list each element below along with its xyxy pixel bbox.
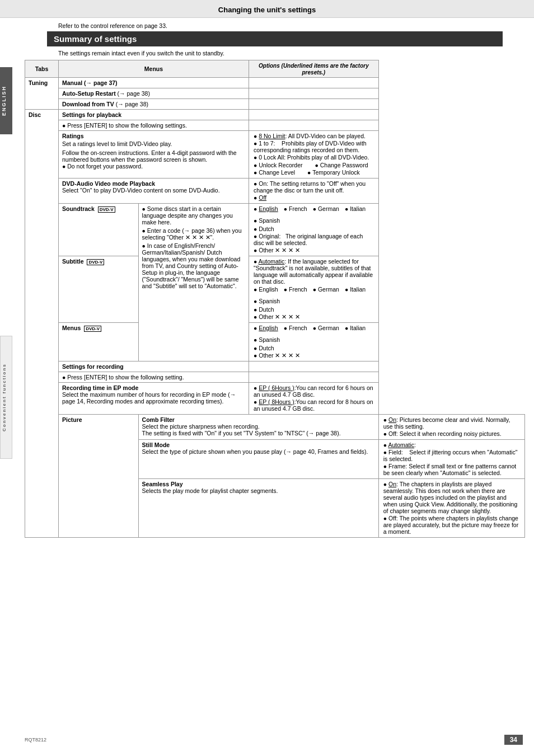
page-title: Changing the unit's settings — [218, 6, 316, 14]
tab-disc: Disc — [25, 110, 59, 538]
table-row: DVD-Audio Video mode Playback Select "On… — [25, 179, 525, 204]
table-row: Disc Settings for playback — [25, 110, 525, 120]
menu-still-mode: Still Mode Select the type of picture sh… — [138, 440, 378, 479]
table-row: Menus DVD-V English French German Italia… — [25, 323, 525, 361]
table-row: Subtitle DVD-V Automatic: If the languag… — [25, 256, 525, 323]
options-ep-mode: EP ( 6Hours ):You can record for 6 hours… — [249, 383, 379, 415]
press-enter-note: ● Press [ENTER] to show the following se… — [59, 120, 249, 131]
options-comb-filter: On: Pictures become clear and vivid. Nor… — [378, 415, 524, 440]
table-row: Tuning Manual (→ page 37) — [25, 78, 525, 88]
tab-picture: Picture — [59, 415, 139, 538]
table-row: Settings for recording — [25, 361, 525, 372]
table-row: Ratings Set a ratings level to limit DVD… — [25, 131, 525, 179]
menu-soundtrack-detail: ● Some discs start in a certain language… — [138, 204, 249, 361]
summary-header: Summary of settings — [47, 31, 503, 46]
menu-seamless-play: Seamless Play Selects the play mode for … — [138, 479, 378, 538]
menu-soundtrack-label: Soundtrack DVD-V — [59, 204, 139, 256]
menu-ep-mode: Recording time in EP mode Select the max… — [59, 383, 249, 415]
options-manual — [249, 78, 379, 88]
settings-note: The settings remain intact even if you s… — [25, 46, 525, 59]
menu-comb-filter: Comb Filter Select the picture sharpness… — [138, 415, 378, 440]
menu-dvd-audio: DVD-Audio Video mode Playback Select "On… — [59, 179, 249, 204]
menu-auto-setup: Auto-Setup Restart (→ page 38) — [59, 88, 249, 99]
table-row: ● Press [ENTER] to show the following se… — [25, 372, 525, 383]
model-number: RQT8212 — [25, 737, 46, 743]
options-soundtrack: English French German Italian Spanish Du… — [249, 204, 379, 256]
settings-table: Tabs Menus Options (Underlined items are… — [25, 60, 525, 538]
menu-manual: Manual (→ page 37) — [59, 78, 249, 88]
table-row: Auto-Setup Restart (→ page 38) — [25, 88, 525, 99]
table-row: Soundtrack DVD-V ● Some discs start in a… — [25, 204, 525, 256]
press-enter-recording: ● Press [ENTER] to show the following se… — [59, 372, 249, 383]
options-dvd-audio: On: The setting returns to "Off" when yo… — [249, 179, 379, 204]
options-download-tv — [249, 99, 379, 110]
table-row: Download from TV (→ page 38) — [25, 99, 525, 110]
options-auto-setup — [249, 88, 379, 99]
menu-subtitle-label: Subtitle DVD-V — [59, 256, 139, 323]
page-footer: RQT8212 34 — [13, 735, 534, 745]
page-header: Changing the unit's settings — [0, 0, 534, 18]
col-header-menus: Menus — [59, 60, 249, 78]
refer-line: Refer to the control reference on page 3… — [25, 18, 525, 31]
options-menus: English French German Italian Spanish Du… — [249, 323, 379, 361]
options-seamless-play: On: The chapters in playlists are played… — [378, 479, 524, 538]
tab-tuning: Tuning — [25, 78, 59, 110]
menu-ratings: Ratings Set a ratings level to limit DVD… — [59, 131, 249, 179]
table-row: ● Press [ENTER] to show the following se… — [25, 120, 525, 131]
page-number: 34 — [504, 735, 523, 745]
col-header-tabs: Tabs — [25, 60, 59, 78]
menu-download-tv: Download from TV (→ page 38) — [59, 99, 249, 110]
options-subtitle: Automatic: If the language selected for … — [249, 256, 379, 323]
recording-heading-options — [249, 361, 379, 372]
press-enter-recording-options — [249, 372, 379, 383]
options-ratings: 8 No Limit: All DVD-Video can be played.… — [249, 131, 379, 179]
recording-heading: Settings for recording — [59, 361, 249, 372]
menu-menus-label: Menus DVD-V — [59, 323, 139, 361]
press-enter-options — [249, 120, 379, 131]
options-still-mode: Automatic: Field: Select if jittering oc… — [378, 440, 524, 479]
disc-settings-heading: Settings for playback — [59, 110, 249, 120]
disc-settings-options — [249, 110, 379, 120]
side-label-english: ENGLISH — [0, 67, 12, 134]
table-row: Picture Comb Filter Select the picture s… — [25, 415, 525, 440]
col-header-options: Options (Underlined items are the factor… — [249, 60, 379, 78]
side-label-convenient: Convenient functions — [0, 336, 12, 459]
table-row: Recording time in EP mode Select the max… — [25, 383, 525, 415]
